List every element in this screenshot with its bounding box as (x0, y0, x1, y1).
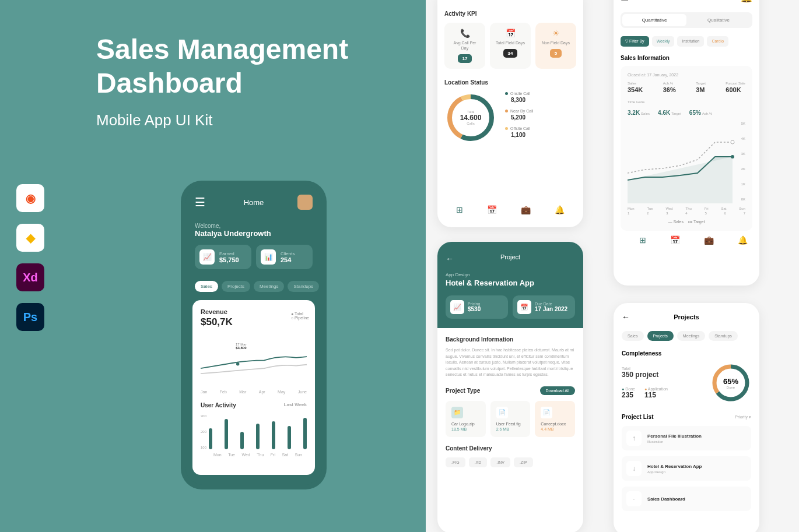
tab-quantitative[interactable]: Quantitative (622, 14, 686, 26)
page-title: Home (244, 198, 264, 207)
format-chip[interactable]: .ZIP (514, 457, 533, 467)
phone-home: ☰ Home Welcome, Natalya Undergrowth 📈 Ea… (181, 181, 327, 489)
nav-bell-icon[interactable]: 🔔 (555, 205, 565, 214)
nav-calendar-icon[interactable]: 📅 (670, 235, 680, 245)
nav-briefcase-icon[interactable]: 💼 (521, 205, 531, 214)
nav-grid-icon[interactable]: ⊞ (639, 235, 646, 245)
user-activity-chart (209, 414, 307, 449)
nav-bell-icon[interactable]: 🔔 (738, 235, 748, 245)
kpi-card-avgcall[interactable]: 📞 Avg.Call Per Day 17 (444, 23, 485, 69)
xd-icon: Xd (16, 263, 44, 291)
hero-subtitle: Mobile App UI Kit (96, 111, 426, 129)
format-chip[interactable]: .XD (469, 457, 488, 467)
segment-tabs: Quantitative Qualitative (621, 12, 752, 28)
kpi-card-nonfield[interactable]: ☀ Non Field Days 5 (535, 23, 576, 69)
tab-sales[interactable]: Sales (622, 331, 644, 341)
location-donut-chart: Total 14.600 Calls (444, 91, 497, 144)
hero-panel: ◉ ◆ Xd Ps Sales Management Dashboard Mob… (0, 0, 426, 532)
menu-icon[interactable]: ☰ (195, 195, 205, 209)
tab-projects[interactable]: Projects (222, 281, 250, 292)
format-chip[interactable]: .FIG (446, 457, 465, 467)
hero-title: Sales Management Dashboard (96, 33, 426, 100)
phone-icon: 📞 (450, 29, 479, 38)
revenue-legend: ● Total ○ Pipeline (291, 312, 309, 320)
tab-projects[interactable]: Projects (647, 331, 674, 341)
file-icon: 📄 (541, 407, 552, 418)
chart-bar-icon: 📊 (261, 249, 276, 265)
format-chip[interactable]: .INV (490, 457, 510, 467)
svg-point-5 (731, 155, 734, 158)
phone-project: ← Project App Design Hotel & Reservation… (437, 242, 583, 532)
file-card[interactable]: 📁 Car Logo.zip18.5 MB (446, 401, 486, 437)
sun-icon: ☀ (541, 29, 570, 38)
stat-clients[interactable]: 📊 Clients254 (256, 245, 313, 269)
filter-weekly[interactable]: Weekly (652, 36, 675, 47)
project-list-item[interactable]: · Sales Dashboard (622, 487, 751, 511)
location-legend: Onsite Call8,300 Near By Call5,200 Offsi… (505, 91, 576, 144)
sales-line-chart: 5K4K3K2K1K0K (628, 122, 745, 203)
tab-qualitative[interactable]: Qualitative (686, 14, 751, 26)
tab-standups[interactable]: Standups (288, 281, 319, 292)
chart-icon: 📈 (450, 300, 464, 314)
completeness-donut: 65%Done (710, 362, 751, 403)
phone-sales-info: ☰ Home 🔔 Quantitative Qualitative ▽ Filt… (614, 0, 759, 286)
stat-earned[interactable]: 📈 Earned$5,750 (195, 245, 251, 269)
tab-meetings[interactable]: Meetings (677, 331, 705, 341)
filter-institution[interactable]: Institution (677, 36, 704, 47)
nav-grid-icon[interactable]: ⊞ (456, 205, 463, 214)
avatar[interactable] (297, 195, 313, 210)
figma-icon: ◉ (16, 184, 44, 212)
sort-dropdown[interactable]: Priority ▾ (735, 415, 751, 420)
tool-icons: ◉ ◆ Xd Ps (16, 184, 44, 331)
tab-meetings[interactable]: Meetings (254, 281, 284, 292)
calendar-icon: 📅 (517, 300, 531, 314)
arrow-down-icon: ↓ (626, 461, 642, 476)
file-icon: 📄 (496, 407, 508, 418)
revenue-card: Revenue $50,7K ● Total ○ Pipeline 17 Mar… (192, 300, 315, 475)
arrow-up-icon: ↑ (626, 431, 642, 446)
sketch-icon: ◆ (16, 224, 44, 252)
svg-point-6 (731, 140, 734, 144)
tab-sales[interactable]: Sales (195, 281, 218, 292)
phone-kpi: Activity KPI 📞 Avg.Call Per Day 17 📅 Tot… (437, 0, 583, 227)
filter-by-button[interactable]: ▽ Filter By (621, 36, 649, 47)
menu-icon[interactable]: ☰ (621, 0, 629, 3)
bottom-nav: ⊞ 📅 💼 🔔 (444, 199, 576, 220)
pricing-card[interactable]: 📈 Pricing$530 (446, 295, 508, 319)
filter-cardio[interactable]: Cardio (707, 36, 728, 47)
nav-calendar-icon[interactable]: 📅 (487, 205, 497, 214)
back-icon[interactable]: ← (622, 312, 630, 322)
project-list-item[interactable]: ↑ Personal File IllustrationIllustration (622, 426, 751, 450)
phone-projects-list: ← Projects Sales Projects Meetings Stand… (614, 303, 759, 532)
bell-icon[interactable]: 🔔 (741, 0, 752, 3)
chart-line-icon: 📈 (199, 249, 215, 265)
folder-icon: 📁 (451, 407, 463, 418)
svg-point-0 (236, 362, 239, 365)
file-card[interactable]: 📄 User Feed.fig2.6 MB (490, 401, 531, 437)
nav-briefcase-icon[interactable]: 💼 (704, 235, 714, 245)
sales-info-card: Closed at: 17 January, 2022 Sales354K Ac… (621, 66, 752, 231)
welcome-label: Welcome, (185, 219, 322, 229)
tab-standups[interactable]: Standups (709, 331, 738, 341)
file-card[interactable]: 📄 Concept.docx4.4 MB (535, 401, 575, 437)
period-dropdown[interactable]: Last Week (284, 402, 307, 408)
calendar-icon: 📅 (496, 29, 525, 38)
kpi-card-fielddays[interactable]: 📅 Total Field Days 34 (490, 23, 531, 69)
duedate-card[interactable]: 📅 Due Date17 Jan 2022 (513, 295, 575, 319)
ps-icon: Ps (16, 303, 44, 331)
revenue-chart: 17 Mar $3,800 (201, 340, 307, 386)
arrow-icon: · (626, 491, 642, 506)
back-icon[interactable]: ← (446, 254, 454, 263)
username: Natalya Undergrowth (185, 229, 322, 238)
download-all-button[interactable]: Download All (540, 386, 575, 395)
project-list-item[interactable]: ↓ Hotel & Reservation AppApp Design (622, 456, 751, 481)
